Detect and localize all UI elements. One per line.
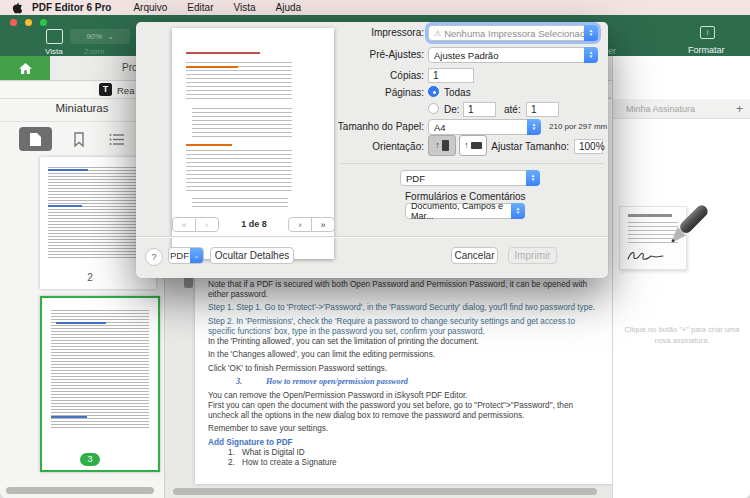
signature-hint-text: Clique no botão "+" para criar uma nova … — [617, 324, 747, 346]
scale-input[interactable]: 100% — [574, 139, 603, 154]
stepper-icon: ▲▼ — [511, 203, 525, 219]
menu-ajuda[interactable]: Ajuda — [276, 2, 302, 13]
app-window: PDF Editor 6 Pro Arquivo Editar Vista Aj… — [0, 0, 750, 498]
pdf-menu-button[interactable]: PDF ⌄ — [168, 247, 204, 264]
close-window-button[interactable] — [10, 19, 17, 26]
help-button[interactable]: ? — [145, 248, 163, 266]
zoom-value: 90% — [86, 32, 102, 41]
pane-select[interactable]: PDF ▲▼ — [400, 170, 540, 186]
paragraph: In the 'Changes allowed', you can limit … — [208, 350, 600, 360]
hide-details-button[interactable]: Ocultar Detalhes — [210, 247, 294, 264]
zoom-label: Zoom — [84, 47, 104, 56]
sidebar-scrollbar[interactable] — [6, 487, 154, 494]
presets-label: Pré-Ajustes: — [286, 49, 424, 60]
document-text: The permission password is different wit… — [208, 256, 600, 471]
paragraph: First you can open the document with the… — [208, 401, 600, 421]
page-3-badge: 3 — [80, 453, 100, 466]
next-page-button[interactable]: › — [288, 217, 312, 232]
partial-toolbar-label: er — [608, 46, 616, 56]
stepper-icon: ▲▼ — [527, 119, 541, 135]
formatar-icon: i — [700, 26, 715, 39]
vista-icon[interactable] — [46, 29, 63, 44]
copies-input[interactable]: 1 — [428, 68, 474, 83]
page-2-label: 2 — [40, 272, 140, 283]
list-icon — [109, 133, 125, 146]
paragraph: Remember to save your settings. — [208, 424, 600, 434]
list-item: 1.What is Digital ID — [208, 448, 600, 458]
chevron-down-icon: ⌄ — [190, 248, 203, 263]
forms-comments-select[interactable]: Documento, Campos e Mar... ▲▼ — [405, 203, 525, 219]
orientation-portrait-button[interactable]: ↑ — [428, 135, 456, 156]
stepper-icon: ▲▼ — [526, 170, 540, 186]
divider — [136, 236, 608, 238]
pages-all-radio[interactable] — [428, 86, 439, 97]
cancel-button[interactable]: Cancelar — [451, 247, 498, 264]
paragraph: Click 'OK' to finish Permission Password… — [208, 364, 600, 374]
list-item: 2.How to create a Signature — [208, 458, 600, 468]
copies-label: Cópias: — [286, 70, 424, 81]
fountain-pen-icon — [655, 200, 711, 260]
partial-tool-label: Rea — [117, 85, 134, 96]
section-heading: Add Signature to PDF — [208, 438, 600, 448]
paragraph: Step 1. Step 1. Go to 'Protect'->'Passwo… — [208, 303, 600, 313]
text-tool-icon[interactable]: T — [99, 83, 112, 96]
home-icon — [18, 62, 33, 75]
preview-page-indicator: 1 de 8 — [224, 219, 284, 229]
page-icon — [29, 132, 42, 147]
paper-dimensions: 210 por 297 mm — [549, 122, 607, 131]
stepper-icon: ▲▼ — [584, 25, 598, 41]
thumbnails-view-button[interactable] — [19, 127, 52, 151]
add-signature-button[interactable]: + — [736, 102, 743, 116]
warning-icon: ⚠ — [434, 29, 441, 38]
formatar-button[interactable]: Formatar — [688, 45, 725, 55]
menu-app-name[interactable]: PDF Editor 6 Pro — [32, 2, 111, 13]
presets-select[interactable]: Ajustes Padrão ▲▼ — [428, 47, 598, 63]
paragraph: Note that if a PDF is secured with both … — [208, 280, 600, 300]
stepper-icon: ▲▼ — [584, 47, 598, 63]
bookmarks-view-button[interactable] — [66, 129, 92, 149]
to-label: até: — [504, 104, 521, 115]
pages-range-radio[interactable] — [428, 103, 439, 114]
paper-size-label: Tamanho do Papel: — [286, 121, 424, 132]
outline-view-button[interactable] — [102, 129, 132, 149]
signature-panel-title: Minha Assinatura — [626, 104, 695, 114]
paragraph: You can remove the Open/Permission Passw… — [208, 391, 600, 401]
document-scrollbar[interactable] — [173, 488, 597, 495]
previous-page-button[interactable]: ‹ — [195, 217, 219, 232]
paragraph: In the 'Printing allowed', you can set t… — [208, 337, 600, 347]
chevron-down-icon: ⌄ — [107, 32, 114, 41]
annotation-icon[interactable] — [184, 277, 193, 288]
menu-editar[interactable]: Editar — [187, 2, 213, 13]
first-page-button[interactable]: « — [172, 217, 196, 232]
zoom-level-dropdown[interactable]: 90% ⌄ — [70, 29, 130, 44]
apple-menu-icon[interactable] — [12, 2, 22, 14]
paper-size-select[interactable]: A4 ▲▼ — [428, 119, 541, 135]
orientation-label: Orientação: — [286, 141, 424, 152]
last-page-button[interactable]: » — [311, 217, 335, 232]
from-input[interactable]: 1 — [463, 102, 496, 117]
menu-bar: PDF Editor 6 Pro Arquivo Editar Vista Aj… — [0, 0, 750, 16]
home-tab[interactable] — [0, 56, 50, 80]
printer-select[interactable]: ⚠ Nenhuma Impressora Selecionada ▲▼ — [428, 25, 598, 41]
print-dialog: « ‹ 1 de 8 › » Impressora: ⚠ Nenhuma Imp… — [136, 22, 608, 278]
print-button[interactable]: Imprimir — [508, 247, 557, 264]
from-label: De: — [444, 104, 460, 115]
section-heading: 3.How to remove open/permission password — [208, 377, 600, 387]
paragraph: Step 2. In 'Permissions', check the 'Req… — [208, 317, 600, 337]
menu-arquivo[interactable]: Arquivo — [133, 2, 167, 13]
printer-label: Impressora: — [286, 27, 424, 38]
vista-label: Vista — [45, 47, 63, 56]
to-input[interactable]: 1 — [526, 102, 559, 117]
bookmark-icon — [73, 132, 85, 147]
pages-all-label: Todas — [444, 87, 471, 98]
page-thumbnail-3-selected[interactable] — [40, 296, 160, 472]
signature-panel-header: Minha Assinatura + — [613, 99, 750, 119]
minimize-window-button[interactable] — [25, 19, 32, 26]
signature-panel: Minha Assinatura + Clique no botão "+" p… — [612, 56, 750, 498]
divider — [341, 163, 603, 164]
scale-label: Ajustar Tamanho: — [473, 141, 569, 152]
menu-vista[interactable]: Vista — [233, 2, 255, 13]
pages-label: Páginas: — [286, 87, 424, 98]
zoom-window-button[interactable] — [40, 19, 47, 26]
